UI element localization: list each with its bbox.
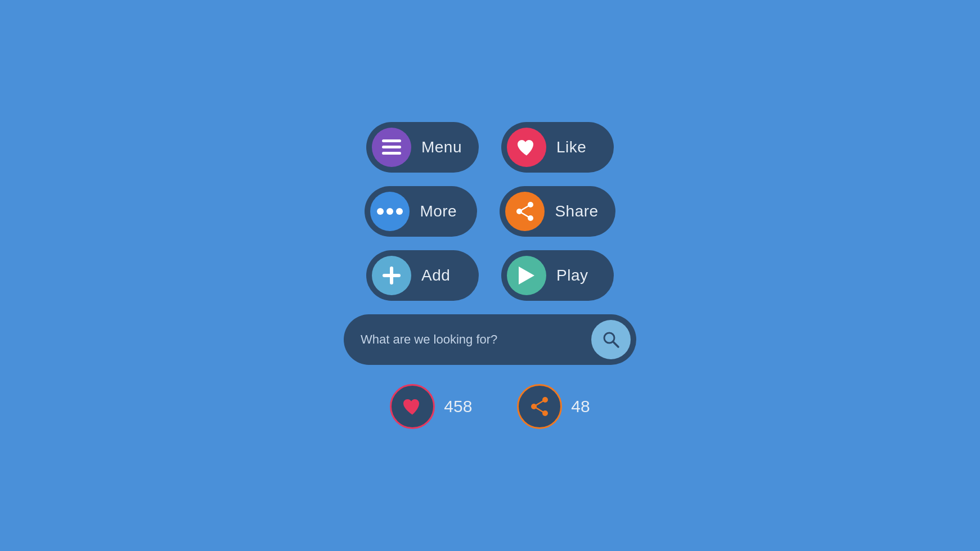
share-counter-circle: [517, 384, 562, 429]
like-icon: [507, 128, 546, 167]
add-icon: [372, 256, 411, 295]
share-counter: 48: [517, 384, 590, 429]
add-label: Add: [421, 267, 450, 284]
svg-line-14: [613, 342, 619, 347]
more-label: More: [420, 202, 457, 220]
more-button[interactable]: More: [365, 186, 477, 237]
more-icon: [370, 192, 410, 231]
svg-point-3: [377, 208, 384, 215]
search-input[interactable]: [361, 332, 586, 347]
menu-button[interactable]: Menu: [366, 122, 479, 173]
button-row-1: Menu Like: [366, 122, 614, 173]
svg-line-10: [519, 211, 531, 218]
like-counter-icon: [402, 397, 423, 416]
svg-point-5: [396, 208, 403, 215]
like-count: 458: [444, 397, 472, 416]
menu-icon: [372, 128, 411, 167]
counter-row: 458 48: [390, 384, 590, 429]
svg-point-4: [386, 208, 393, 215]
play-label: Play: [556, 267, 588, 284]
add-button[interactable]: Add: [366, 250, 479, 301]
search-bar: [344, 314, 636, 365]
ui-container: Menu Like More: [344, 122, 636, 429]
search-icon: [602, 331, 620, 349]
play-button[interactable]: Play: [501, 250, 614, 301]
button-row-2: More Share: [365, 186, 615, 237]
menu-label: Menu: [421, 138, 462, 156]
svg-rect-1: [382, 146, 401, 148]
search-button[interactable]: [591, 320, 631, 359]
share-icon: [505, 192, 545, 231]
svg-rect-12: [383, 274, 401, 277]
share-button[interactable]: Share: [500, 186, 615, 237]
play-icon: [507, 256, 546, 295]
svg-line-9: [519, 205, 531, 211]
like-label: Like: [556, 138, 586, 156]
share-count: 48: [571, 397, 590, 416]
svg-line-18: [534, 400, 545, 407]
share-label: Share: [555, 202, 598, 220]
like-button[interactable]: Like: [501, 122, 614, 173]
like-counter: 458: [390, 384, 472, 429]
svg-line-19: [534, 407, 545, 413]
svg-rect-2: [382, 152, 401, 155]
share-counter-icon: [529, 396, 550, 417]
svg-rect-0: [382, 139, 401, 142]
like-counter-circle: [390, 384, 435, 429]
button-row-3: Add Play: [366, 250, 614, 301]
